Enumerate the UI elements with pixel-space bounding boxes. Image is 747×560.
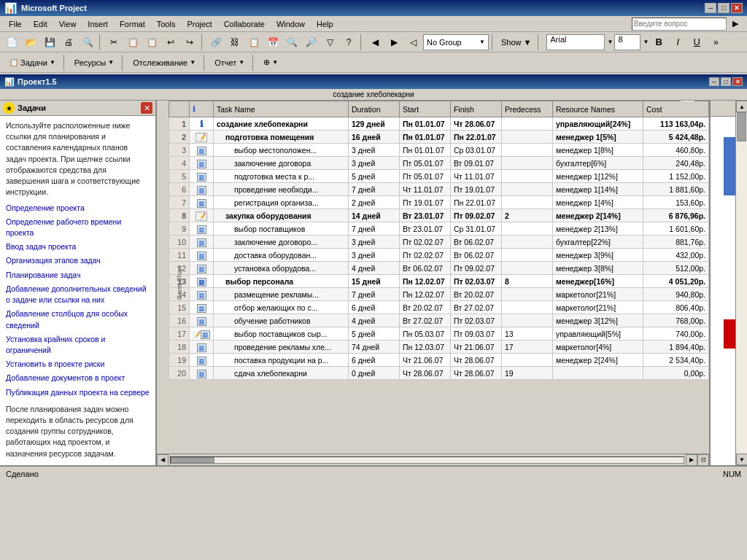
panel-link-10[interactable]: Публикация данных проекта на сервере xyxy=(6,387,150,398)
font-name-dropdown[interactable]: Arial xyxy=(546,34,605,50)
copy-button[interactable]: 📋 xyxy=(124,34,142,50)
task-name[interactable]: подготовка места к р... xyxy=(214,170,349,183)
proj-minimize[interactable]: ─ xyxy=(709,77,719,86)
extra-dropdown[interactable]: ⊕ ▼ xyxy=(258,55,283,71)
panel-link-5[interactable]: Добавление дополнительных сведений о зад… xyxy=(6,284,150,306)
task-name[interactable]: проведение рекламы хле... xyxy=(214,341,349,354)
task-name[interactable]: выбор поставщиков xyxy=(214,222,349,236)
vertical-scrollbar[interactable]: ▲ ▼ xyxy=(735,101,747,465)
task-name[interactable]: поставка продукции на р... xyxy=(214,354,349,367)
left-arrow[interactable]: ◀ xyxy=(366,34,384,50)
italic-button[interactable]: I xyxy=(669,34,686,50)
panel-link-6[interactable]: Добавление столбцов для особых сведений xyxy=(6,308,150,330)
task-name[interactable]: закупка оборудования xyxy=(214,209,349,222)
scroll-up-button[interactable]: ▲ xyxy=(736,101,747,112)
scroll-left-button[interactable]: ◀ xyxy=(157,454,169,466)
col-task-name[interactable]: Task Name xyxy=(214,101,349,117)
task-name[interactable]: доставка оборудован... xyxy=(214,249,349,262)
filter-button[interactable]: ▽ xyxy=(321,34,338,50)
paste-button[interactable]: 📋 xyxy=(143,34,160,50)
calendar-btn[interactable]: 📅 xyxy=(264,34,282,50)
h-scroll-thumb[interactable] xyxy=(171,457,214,463)
table-row[interactable]: 15▦отбор желающих по с...6 днейВт 20.02.… xyxy=(169,301,709,314)
task-name[interactable]: создание хлебопекарни xyxy=(214,117,349,131)
col-predecessors[interactable]: Predecess xyxy=(501,101,552,117)
v-scroll-thumb[interactable] xyxy=(737,112,746,141)
table-row[interactable]: 2📝подготовка помещения16 днейПн 01.01.07… xyxy=(169,131,709,144)
zoom-in-button[interactable]: 🔍 xyxy=(283,34,301,50)
task-name[interactable]: установка оборудова... xyxy=(214,262,349,275)
v-scroll-track[interactable] xyxy=(736,112,747,454)
panel-link-2[interactable]: Ввод задач проекта xyxy=(6,241,150,252)
help-search-input[interactable] xyxy=(632,18,727,31)
table-row[interactable]: 12▦установка оборудова...4 днейВт 06.02.… xyxy=(169,262,709,275)
table-row[interactable]: 17📝▦выбор поставщиков сыр...5 днейПн 05.… xyxy=(169,327,709,341)
task-name[interactable]: регистрация организа... xyxy=(214,196,349,209)
col-start[interactable]: Start xyxy=(399,101,450,117)
h-scroll-track[interactable] xyxy=(170,456,684,464)
panel-link-8[interactable]: Установить в проекте риски xyxy=(6,359,150,370)
print-button[interactable]: 🖨 xyxy=(60,34,77,50)
task-name[interactable]: проведение необходи... xyxy=(214,183,349,196)
scroll-end-button[interactable]: ⊡ xyxy=(697,454,709,466)
task-name[interactable]: выбор поставщиков сыр... xyxy=(214,327,349,341)
table-row[interactable]: 4▦заключение договора3 днейПт 05.01.07Вт… xyxy=(169,157,709,170)
panel-link-4[interactable]: Планирование задач xyxy=(6,270,150,281)
menu-format[interactable]: Format xyxy=(114,18,151,30)
task-btn[interactable]: 📋 xyxy=(245,34,263,50)
menu-file[interactable]: File xyxy=(3,18,28,30)
right-arrow[interactable]: ▶ xyxy=(385,34,403,50)
menu-insert[interactable]: Insert xyxy=(82,18,114,30)
save-button[interactable]: 💾 xyxy=(41,34,58,50)
task-name[interactable]: сдача хлебопекарни xyxy=(214,367,349,380)
task-table-wrapper[interactable]: 18 ℹ Task Name Duration Start Finish Pre… xyxy=(169,101,709,454)
undo-button[interactable]: ↩ xyxy=(162,34,179,50)
show-button[interactable]: Show ▼ xyxy=(498,34,535,50)
help-search-arrow[interactable]: ▶ xyxy=(727,18,744,30)
proj-maximize[interactable]: □ xyxy=(721,77,731,86)
task-name[interactable]: заключение договоро... xyxy=(214,236,349,249)
new-button[interactable]: 📄 xyxy=(3,34,20,50)
table-row[interactable]: 7▦регистрация организа...2 днейПт 19.01.… xyxy=(169,196,709,209)
table-row[interactable]: 13▦выбор персонала15 днейПн 12.02.07Пт 0… xyxy=(169,275,709,288)
task-name[interactable]: размещение рекламы... xyxy=(214,288,349,301)
close-button[interactable]: ✕ xyxy=(731,3,743,13)
tab-otslezhivanie[interactable]: Отслеживание ▼ xyxy=(128,55,201,71)
task-name[interactable]: отбор желающих по с... xyxy=(214,301,349,314)
menu-collaborate[interactable]: Collaborate xyxy=(218,18,271,30)
cut-button[interactable]: ✂ xyxy=(105,34,123,50)
font-size-dropdown[interactable]: 8 xyxy=(614,34,640,50)
more-button[interactable]: » xyxy=(707,34,724,50)
menu-project[interactable]: Project xyxy=(181,18,217,30)
table-row[interactable]: 5▦подготовка места к р...5 днейПт 05.01.… xyxy=(169,170,709,183)
panel-link-3[interactable]: Организация этапов задач xyxy=(6,255,150,266)
scroll-down-button[interactable]: ▼ xyxy=(736,454,747,465)
menu-window[interactable]: Window xyxy=(271,18,311,30)
open-button[interactable]: 📂 xyxy=(22,34,39,50)
table-row[interactable]: 18▦проведение рекламы хле...74 днейПн 12… xyxy=(169,341,709,354)
no-group-dropdown[interactable]: No Group xyxy=(423,34,489,50)
col-duration[interactable]: Duration xyxy=(348,101,399,117)
minimize-button[interactable]: ─ xyxy=(705,3,716,13)
panel-link-7[interactable]: Установка крайних сроков и ограничений xyxy=(6,334,150,356)
font-name-arrow[interactable]: ▼ xyxy=(607,39,613,45)
unlink-button[interactable]: ⛓ xyxy=(226,34,244,50)
zadachi-arrow[interactable]: ▼ xyxy=(50,59,55,66)
menu-edit[interactable]: Edit xyxy=(28,18,53,30)
col-resources[interactable]: Resource Names xyxy=(552,101,643,117)
table-row[interactable]: 6▦проведение необходи...7 днейЧт 11.01.0… xyxy=(169,183,709,196)
table-row[interactable]: 19▦поставка продукции на р...6 днейЧт 21… xyxy=(169,354,709,367)
otchet-arrow[interactable]: ▼ xyxy=(239,59,244,66)
horizontal-scrollbar[interactable]: ◀ ▶ ⊡ xyxy=(157,454,709,465)
extra-arrow[interactable]: ▼ xyxy=(272,59,278,66)
font-size-arrow[interactable]: ▼ xyxy=(643,39,649,45)
menu-view[interactable]: View xyxy=(53,18,82,30)
scroll-left[interactable]: ◁ xyxy=(404,34,422,50)
panel-link-1[interactable]: Определение рабочего времени проекта xyxy=(6,217,150,238)
table-row[interactable]: 20▦сдача хлебопекарни0 днейЧт 28.06.07Чт… xyxy=(169,367,709,380)
menu-help[interactable]: Help xyxy=(311,18,339,30)
panel-close-button[interactable]: ✕ xyxy=(141,102,152,114)
redo-button[interactable]: ↪ xyxy=(181,34,198,50)
table-row[interactable]: 11▦доставка оборудован...3 днейПт 02.02.… xyxy=(169,249,709,262)
panel-link-9[interactable]: Добавление документов в проект xyxy=(6,373,150,384)
